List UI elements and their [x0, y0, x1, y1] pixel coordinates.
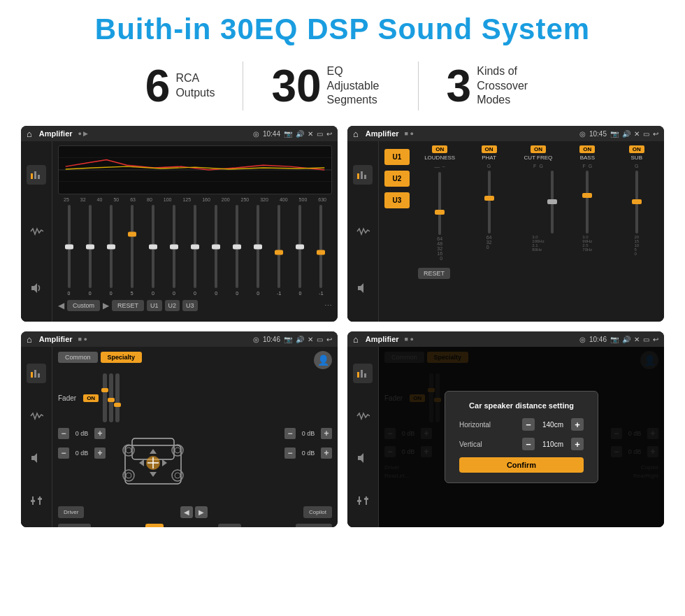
- eq-slider-0[interactable]: 0: [59, 205, 78, 296]
- driver-btn[interactable]: Driver: [58, 506, 84, 518]
- common-tab[interactable]: Common: [58, 352, 98, 363]
- speaker-db-area: − 0 dB + − 0 dB +: [58, 428, 332, 501]
- loudness-slider[interactable]: [438, 172, 441, 235]
- dialog-wave-icon[interactable]: [353, 406, 373, 426]
- status-icons-cross: ◎ 10:46 📷 🔊 ✕ ▭ ↩: [253, 336, 332, 343]
- reset-btn-eq[interactable]: RESET: [112, 300, 144, 311]
- bass-slider[interactable]: [586, 171, 589, 234]
- u3-btn-eq[interactable]: U3: [182, 300, 198, 311]
- right-arrow-btn[interactable]: ▶: [195, 506, 208, 518]
- eq-slider-8[interactable]: 0: [228, 205, 247, 296]
- db-value-br: 0 dB: [298, 450, 319, 457]
- back-icon-eq[interactable]: ↩: [326, 130, 332, 138]
- all-btn[interactable]: All: [145, 524, 164, 527]
- cross-speaker-icon[interactable]: [27, 448, 46, 468]
- cross-eq-icon[interactable]: [27, 364, 46, 383]
- svg-rect-38: [364, 373, 366, 378]
- amp-eq-icon[interactable]: [353, 165, 373, 185]
- screenshot-amp: ⌂ Amplifier ■ ● ◎ 10:45 📷 🔊 ✕ ▭ ↩: [347, 126, 664, 322]
- eq-slider-2[interactable]: 0: [101, 205, 120, 296]
- db-minus-br[interactable]: −: [284, 447, 296, 459]
- phat-slider[interactable]: [488, 171, 491, 234]
- home-icon-dialog[interactable]: ⌂: [353, 334, 359, 345]
- loudness-on-badge: ON: [432, 145, 447, 153]
- eq-slider-7[interactable]: 0: [207, 205, 226, 296]
- time-dialog: 10:46: [589, 336, 607, 343]
- eq-slider-11[interactable]: 0: [291, 205, 310, 296]
- db-minus-tr[interactable]: −: [284, 428, 296, 439]
- copilot-btn[interactable]: Copilot: [303, 506, 332, 518]
- home-icon-eq[interactable]: ⌂: [27, 129, 32, 139]
- close-icon-dialog: ✕: [634, 336, 640, 343]
- fader-bar-2[interactable]: [109, 373, 113, 422]
- db-minus-tl[interactable]: −: [58, 428, 69, 439]
- user-btn-cross[interactable]: User: [218, 524, 241, 527]
- sidebar-wave-icon[interactable]: [27, 222, 46, 241]
- eq-slider-12[interactable]: -1: [312, 205, 331, 296]
- svg-marker-35: [150, 472, 157, 477]
- vertical-plus-btn[interactable]: +: [571, 438, 584, 450]
- u2-btn[interactable]: U2: [384, 171, 410, 187]
- eq-slider-3[interactable]: 5: [122, 205, 141, 296]
- fader-bar-3[interactable]: [115, 373, 120, 422]
- eq-slider-5[interactable]: 0: [164, 205, 183, 296]
- amp-wave-icon[interactable]: [353, 222, 373, 241]
- next-arrow-icon[interactable]: ▶: [103, 301, 109, 310]
- sidebar-eq-icon[interactable]: [27, 165, 46, 185]
- camera-icon-amp: 📷: [610, 130, 619, 138]
- rearleft-btn[interactable]: RearLeft: [58, 524, 91, 527]
- back-icon-cross[interactable]: ↩: [326, 336, 332, 343]
- sidebar-speaker-icon[interactable]: [27, 278, 46, 298]
- eq-slider-6[interactable]: 0: [185, 205, 204, 296]
- db-minus-bl[interactable]: −: [58, 447, 69, 459]
- bass-on-badge: ON: [579, 145, 595, 153]
- expand-icon-eq[interactable]: ⋯: [324, 301, 332, 310]
- fader-on-badge: ON: [83, 394, 99, 402]
- sub-slider[interactable]: [635, 171, 638, 234]
- prev-arrow-icon[interactable]: ◀: [58, 301, 64, 310]
- db-plus-tr[interactable]: +: [321, 428, 332, 439]
- dialog-eq-icon[interactable]: [353, 364, 373, 383]
- bass-fg: FG: [582, 164, 592, 169]
- reset-btn-amp[interactable]: RESET: [418, 268, 450, 279]
- back-icon-dialog[interactable]: ↩: [653, 336, 658, 343]
- u-buttons-panel: U1 U2 U3: [384, 145, 410, 279]
- fader-bar-1[interactable]: [103, 373, 107, 422]
- time-amp: 10:45: [589, 130, 607, 138]
- dialog-fader-icon[interactable]: [353, 491, 373, 510]
- cutfreq-fg: FG: [533, 164, 543, 169]
- cross-fader-icon[interactable]: [27, 491, 46, 510]
- eq-slider-9[interactable]: 0: [249, 205, 268, 296]
- home-icon-cross[interactable]: ⌂: [27, 334, 32, 345]
- eq-slider-10[interactable]: -1: [270, 205, 289, 296]
- rearright-btn[interactable]: RearRight: [296, 524, 332, 527]
- eq-slider-4[interactable]: 0: [143, 205, 162, 296]
- dialog-speaker-icon[interactable]: [353, 448, 373, 468]
- horizontal-plus-btn[interactable]: +: [571, 418, 584, 431]
- confirm-button[interactable]: Confirm: [459, 457, 584, 473]
- cutfreq-slider1[interactable]: [551, 171, 554, 234]
- db-control-br: − 0 dB +: [284, 447, 332, 459]
- vertical-control: − 110cm +: [522, 438, 584, 450]
- horizontal-minus-btn[interactable]: −: [522, 418, 535, 431]
- cross-dots: ■ ●: [78, 336, 87, 343]
- eq-slider-1[interactable]: 0: [80, 205, 99, 296]
- status-bar-amp: ⌂ Amplifier ■ ● ◎ 10:45 📷 🔊 ✕ ▭ ↩: [347, 126, 664, 141]
- db-plus-bl[interactable]: +: [94, 447, 106, 459]
- u1-btn[interactable]: U1: [384, 149, 410, 165]
- db-plus-br[interactable]: +: [321, 447, 332, 459]
- custom-btn[interactable]: Custom: [67, 300, 100, 311]
- db-plus-tl[interactable]: +: [94, 428, 106, 439]
- stat-number-eq: 30: [271, 64, 321, 108]
- left-arrow-btn[interactable]: ◀: [180, 506, 193, 518]
- vertical-minus-btn[interactable]: −: [522, 438, 535, 450]
- amp-speaker-icon[interactable]: [353, 278, 373, 298]
- u1-btn-eq[interactable]: U1: [147, 300, 162, 311]
- cross-wave-icon[interactable]: [27, 406, 46, 426]
- back-icon-amp[interactable]: ↩: [653, 130, 658, 138]
- u3-btn[interactable]: U3: [384, 192, 410, 208]
- specialty-tab[interactable]: Specialty: [101, 352, 143, 363]
- profile-icon-cross[interactable]: 👤: [314, 351, 332, 369]
- u2-btn-eq[interactable]: U2: [165, 300, 180, 311]
- home-icon-amp[interactable]: ⌂: [353, 129, 359, 139]
